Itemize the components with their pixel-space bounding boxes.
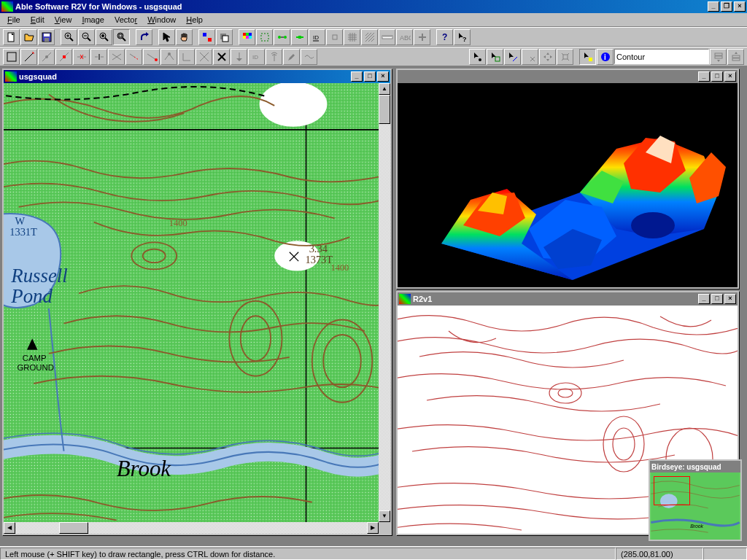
- select-point-button[interactable]: [469, 49, 486, 65]
- svg-line-12: [105, 38, 108, 41]
- grid-button[interactable]: [344, 29, 360, 45]
- scroll-down-button[interactable]: ▼: [379, 510, 390, 522]
- split-button[interactable]: [90, 49, 107, 65]
- region-button[interactable]: [256, 29, 273, 45]
- text-button[interactable]: ABC: [396, 29, 413, 45]
- stack-up-button[interactable]: [727, 49, 744, 65]
- move-node-button[interactable]: [55, 49, 72, 65]
- context-help-button[interactable]: ?: [454, 29, 471, 45]
- help-button[interactable]: ?: [436, 29, 453, 45]
- measure-button[interactable]: [379, 29, 395, 45]
- delete-line-button[interactable]: [73, 49, 90, 65]
- node-add-button[interactable]: [274, 29, 290, 45]
- svg-rect-21: [243, 33, 246, 36]
- join-button[interactable]: [108, 49, 125, 65]
- svg-point-55: [168, 52, 171, 55]
- plus-button[interactable]: [414, 29, 430, 45]
- birdseye-viewport-rect[interactable]: [654, 476, 690, 505]
- terrain-minimize-button[interactable]: _: [698, 71, 710, 82]
- menu-edit[interactable]: Edit: [26, 14, 49, 26]
- hand-button[interactable]: [176, 29, 193, 45]
- vertex-button[interactable]: [160, 49, 177, 65]
- svg-rect-2: [44, 34, 50, 36]
- svg-text:1400: 1400: [331, 263, 349, 273]
- extend-button[interactable]: [125, 49, 142, 65]
- open-button[interactable]: [20, 29, 37, 45]
- select-grow-button[interactable]: [557, 49, 573, 65]
- map-maximize-button[interactable]: □: [364, 71, 376, 82]
- svg-rect-26: [249, 36, 252, 39]
- terrain-maximize-button[interactable]: □: [711, 71, 723, 82]
- minimize-button[interactable]: _: [708, 1, 719, 12]
- palette-button[interactable]: [239, 29, 255, 45]
- birdseye-window[interactable]: Birdseye: usgsquad Brook: [649, 459, 742, 541]
- pointer-button[interactable]: [158, 29, 175, 45]
- stack-down-button[interactable]: [710, 49, 727, 65]
- scroll-left-button[interactable]: ◀: [4, 522, 15, 534]
- brush-button[interactable]: [283, 49, 300, 65]
- scroll-up-button[interactable]: ▲: [379, 83, 390, 95]
- svg-point-14: [117, 33, 123, 39]
- menu-file[interactable]: File: [3, 14, 25, 26]
- info-button[interactable]: i: [597, 49, 614, 65]
- corner-button[interactable]: [178, 49, 195, 65]
- menu-help[interactable]: Help: [182, 14, 207, 26]
- select-region-button[interactable]: [487, 49, 503, 65]
- child-window-map: usgsquad _ □ ×: [2, 69, 392, 535]
- draw-line-button[interactable]: [20, 49, 37, 65]
- undo-button[interactable]: [136, 29, 152, 45]
- new-button[interactable]: [3, 29, 20, 45]
- svg-text:?: ?: [462, 36, 467, 43]
- snap-button[interactable]: [326, 29, 343, 45]
- terrain-close-button[interactable]: ×: [724, 71, 736, 82]
- close-button[interactable]: ×: [734, 1, 746, 12]
- menu-vector[interactable]: Vector: [110, 14, 142, 26]
- hatch-button[interactable]: [361, 29, 378, 45]
- menu-view[interactable]: View: [50, 14, 77, 26]
- birdseye-canvas[interactable]: Brook: [650, 472, 740, 540]
- line-tool-button[interactable]: [3, 49, 20, 65]
- map-minimize-button[interactable]: _: [351, 71, 363, 82]
- svg-text:?: ?: [442, 32, 447, 42]
- vector-maximize-button[interactable]: □: [711, 294, 723, 304]
- cross-button[interactable]: [213, 49, 230, 65]
- layer-dropdown-input[interactable]: [616, 52, 717, 61]
- layer-pick-button[interactable]: [579, 49, 596, 65]
- vector-close-button[interactable]: ×: [724, 294, 736, 304]
- inspect-button[interactable]: [198, 29, 215, 45]
- zoom-window-button[interactable]: [113, 29, 130, 45]
- layer-dropdown[interactable]: ▼: [614, 49, 709, 64]
- edit-node-button[interactable]: [38, 49, 55, 65]
- select-x-button[interactable]: [522, 49, 538, 65]
- map-scrollbar-vertical[interactable]: ▲ ▼: [379, 83, 390, 522]
- map-canvas[interactable]: Russell Pond Brook W 1331T CAMP GROUND 3…: [4, 83, 390, 534]
- svg-rect-20: [222, 36, 228, 42]
- zoom-out-button[interactable]: [78, 29, 95, 45]
- wave-button[interactable]: [301, 49, 317, 65]
- arrow-down-button[interactable]: [231, 49, 247, 65]
- save-button[interactable]: [38, 29, 55, 45]
- label-id-button[interactable]: ID: [309, 29, 325, 45]
- trim-button[interactable]: [143, 49, 160, 65]
- node-del-button[interactable]: [291, 29, 308, 45]
- map-scrollbar-horizontal[interactable]: ◀ ▶: [4, 522, 379, 534]
- terrain-canvas[interactable]: [398, 83, 738, 287]
- copy-layer-button[interactable]: [216, 29, 233, 45]
- select-move-button[interactable]: [539, 49, 556, 65]
- svg-text:CAMP: CAMP: [23, 354, 47, 362]
- map-close-button[interactable]: ×: [377, 71, 389, 82]
- id-tool-button[interactable]: ID: [248, 49, 265, 65]
- scroll-right-button[interactable]: ▶: [367, 522, 379, 534]
- svg-text:ID: ID: [252, 54, 258, 61]
- zoom-in-button[interactable]: [61, 29, 77, 45]
- intersect-button[interactable]: [196, 49, 212, 65]
- birdseye-title: Birdseye: usgsquad: [651, 463, 739, 471]
- svg-text:W: W: [15, 215, 25, 227]
- vector-minimize-button[interactable]: _: [698, 294, 710, 304]
- menu-window[interactable]: Window: [143, 14, 180, 26]
- antenna-button[interactable]: [266, 49, 282, 65]
- restore-button[interactable]: ❐: [721, 1, 732, 12]
- zoom-region-button[interactable]: [96, 29, 112, 45]
- menu-image[interactable]: Image: [77, 14, 109, 26]
- select-line-button[interactable]: [504, 49, 521, 65]
